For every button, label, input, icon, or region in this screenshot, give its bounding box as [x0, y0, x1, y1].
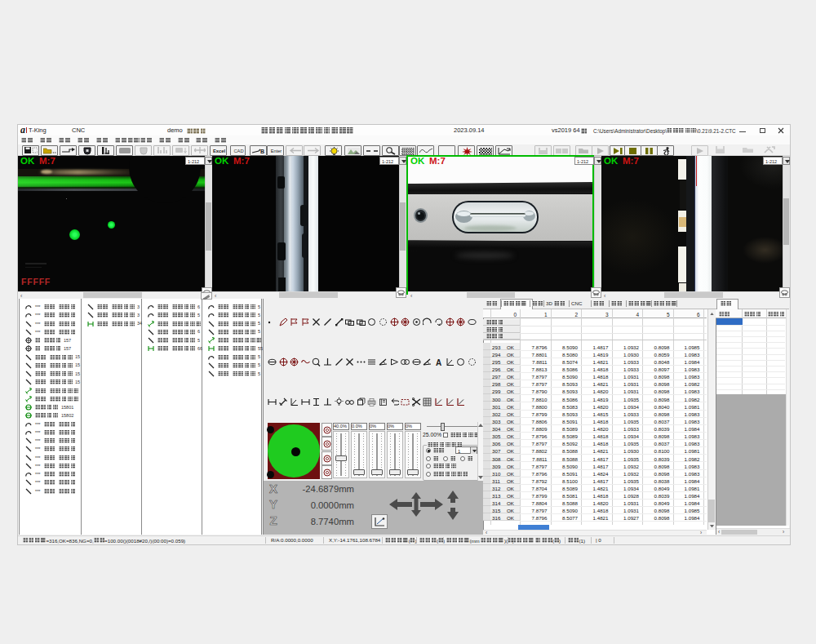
svg-text:B: B: [260, 149, 264, 154]
svg-text:A: A: [436, 358, 441, 366]
